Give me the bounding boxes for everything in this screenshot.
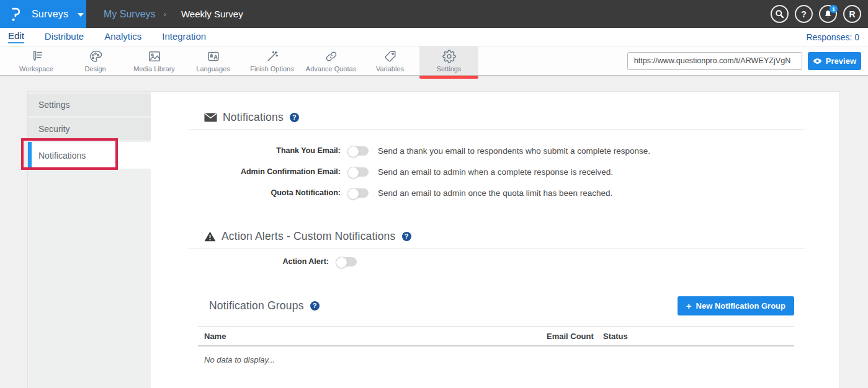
- admin-confirmation-email-toggle[interactable]: [348, 167, 369, 177]
- field-description: Send a thank you email to respondents wh…: [378, 146, 650, 156]
- action-alert-row: Action Alert:: [189, 251, 805, 272]
- field-label: Thank You Email:: [189, 146, 341, 155]
- topbar-actions: ? 1 R: [771, 5, 868, 23]
- edit-toolbar: Workspace Design Media Library Languages…: [0, 46, 868, 76]
- toolbar-right: Preview: [627, 46, 868, 75]
- field-label: Admin Confirmation Email:: [189, 167, 341, 176]
- breadcrumb-my-surveys[interactable]: My Surveys: [104, 9, 156, 20]
- toolbar-item-label: Finish Options: [250, 65, 293, 73]
- help-circle-icon[interactable]: ?: [402, 232, 411, 241]
- notifications-panel: Notifications ? Thank You Email: Send a …: [151, 92, 839, 388]
- field-label: Action Alert:: [189, 257, 329, 266]
- toolbar-item-advance-quotas[interactable]: Advance Quotas: [302, 46, 360, 75]
- preview-button-label: Preview: [826, 56, 856, 66]
- toolbar-item-languages[interactable]: Languages: [184, 46, 243, 75]
- new-notification-group-button[interactable]: + New Notification Group: [678, 296, 794, 315]
- media-library-icon: [147, 50, 162, 63]
- toolbar-item-label: Media Library: [133, 65, 175, 73]
- toolbar-item-label: Variables: [376, 65, 404, 73]
- sidebar-item-label: Security: [38, 124, 70, 134]
- breadcrumb-separator-icon: ›: [164, 9, 166, 19]
- tab-distribute[interactable]: Distribute: [45, 31, 84, 43]
- sidebar-item-label: Settings: [38, 100, 70, 110]
- variables-icon: [383, 50, 398, 63]
- preview-button[interactable]: Preview: [808, 52, 861, 70]
- help-circle-icon[interactable]: ?: [290, 113, 299, 122]
- section-title: Notification Groups: [209, 299, 304, 312]
- toolbar-item-finish-options[interactable]: Finish Options: [243, 46, 302, 75]
- product-switcher[interactable]: Surveys: [0, 0, 86, 28]
- settings-card: Settings Security Notifications Notifica…: [27, 91, 840, 388]
- help-button[interactable]: ?: [795, 5, 813, 23]
- toolbar-item-label: Settings: [437, 65, 462, 73]
- sidebar-item-notifications[interactable]: Notifications: [28, 142, 151, 169]
- finish-options-icon: [265, 50, 280, 63]
- design-icon: [88, 50, 103, 63]
- toolbar-item-label: Languages: [196, 65, 230, 73]
- quota-notification-row: Quota Notification: Send an email to adm…: [189, 182, 805, 203]
- settings-icon: [442, 50, 457, 63]
- thank-you-email-row: Thank You Email: Send a thank you email …: [189, 140, 805, 161]
- warning-triangle-icon: [204, 231, 216, 242]
- new-group-button-label: New Notification Group: [696, 301, 785, 311]
- thank-you-email-toggle[interactable]: [348, 146, 369, 156]
- search-button[interactable]: [771, 5, 789, 23]
- responses-count[interactable]: Responses: 0: [806, 32, 859, 42]
- survey-nav-tabs: Edit Distribute Analytics Integration Re…: [0, 28, 868, 46]
- toolbar-item-workspace[interactable]: Workspace: [7, 46, 66, 75]
- help-icon: ?: [801, 9, 807, 19]
- table-header-row: Name Email Count Status: [198, 326, 794, 346]
- toolbar-item-label: Advance Quotas: [306, 65, 356, 73]
- envelope-icon: [204, 113, 217, 122]
- toolbar-item-variables[interactable]: Variables: [360, 46, 419, 75]
- divider: [189, 249, 805, 249]
- admin-confirmation-email-row: Admin Confirmation Email: Send an email …: [189, 161, 805, 182]
- languages-icon: [206, 50, 221, 63]
- breadcrumb-current-survey: Weekly Survey: [181, 9, 243, 19]
- field-description: Send an email to admin once the quota li…: [378, 188, 612, 198]
- sidebar-item-settings[interactable]: Settings: [28, 94, 151, 116]
- settings-page: Settings Security Notifications Notifica…: [0, 76, 868, 387]
- toolbar-item-label: Workspace: [19, 65, 53, 73]
- plus-icon: +: [686, 301, 692, 311]
- quota-notification-toggle[interactable]: [348, 188, 369, 198]
- column-header-status: Status: [603, 332, 794, 341]
- breadcrumb: My Surveys › Weekly Survey: [104, 9, 243, 20]
- search-icon: [775, 9, 784, 19]
- workspace-icon: [29, 50, 44, 63]
- help-circle-icon[interactable]: ?: [310, 301, 320, 311]
- tab-integration[interactable]: Integration: [162, 31, 206, 43]
- tab-edit[interactable]: Edit: [8, 30, 24, 43]
- survey-url-input[interactable]: [627, 52, 802, 70]
- field-description: Send an email to admin when a complete r…: [378, 167, 613, 177]
- product-name: Surveys: [32, 9, 68, 20]
- action-alerts-section-header: Action Alerts - Custom Notifications ?: [189, 230, 805, 243]
- toolbar-item-label: Design: [84, 65, 105, 73]
- toolbar-item-settings[interactable]: Settings: [419, 46, 478, 75]
- tab-analytics[interactable]: Analytics: [104, 31, 141, 43]
- eye-icon: [813, 58, 822, 64]
- notifications-section: Notifications ? Thank You Email: Send a …: [189, 111, 805, 203]
- section-title: Notifications: [223, 111, 284, 124]
- action-alert-rows: Action Alert:: [189, 251, 805, 272]
- notifications-button[interactable]: 1: [819, 5, 837, 23]
- divider: [189, 130, 805, 130]
- toolbar-item-media-library[interactable]: Media Library: [125, 46, 184, 75]
- account-button[interactable]: R: [843, 5, 861, 23]
- settings-sidebar: Settings Security Notifications: [28, 92, 151, 388]
- notifications-section-header: Notifications ?: [189, 111, 805, 124]
- topbar: Surveys My Surveys › Weekly Survey ? 1 R: [0, 0, 868, 28]
- toolbar-item-design[interactable]: Design: [66, 46, 125, 75]
- notification-groups-table: Name Email Count Status No data to displ…: [198, 326, 794, 364]
- notification-groups-section: Notification Groups ? + New Notification…: [198, 296, 794, 364]
- notification-toggle-rows: Thank You Email: Send a thank you email …: [189, 140, 805, 203]
- action-alert-toggle[interactable]: [336, 257, 357, 267]
- questionpro-logo-icon: [11, 7, 20, 22]
- sidebar-item-label: Notifications: [38, 151, 86, 161]
- table-empty-message: No data to display...: [198, 346, 794, 364]
- sidebar-item-security[interactable]: Security: [28, 118, 151, 140]
- column-header-name: Name: [198, 332, 547, 341]
- chevron-down-icon: [78, 13, 84, 17]
- column-header-email-count: Email Count: [547, 332, 603, 341]
- notification-groups-header: Notification Groups ? + New Notification…: [198, 296, 794, 315]
